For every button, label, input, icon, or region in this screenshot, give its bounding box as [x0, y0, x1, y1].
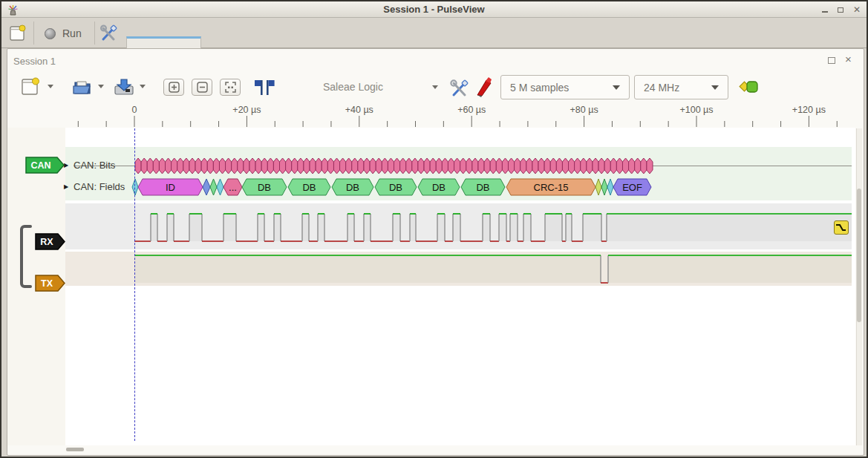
device-selector[interactable]: Saleae Logic	[323, 81, 383, 93]
sample-count-combo[interactable]: 5 M samples	[500, 75, 630, 99]
combo-arrow-icon	[711, 85, 719, 90]
time-cursor[interactable]	[134, 128, 135, 441]
zoom-out-icon	[197, 82, 208, 93]
add-decoder-button[interactable]	[739, 80, 761, 98]
new-file-dropdown-arrow[interactable]	[48, 85, 53, 88]
svg-text:CAN: CAN	[30, 160, 50, 171]
horizontal-scrollbar-thumb[interactable]	[66, 448, 84, 451]
sample-rate-combo[interactable]: 24 MHz	[634, 75, 728, 99]
titlebar: Session 1 - PulseView ✕	[1, 1, 867, 18]
run-label: Run	[62, 27, 82, 39]
run-button[interactable]: Run	[40, 22, 86, 45]
svg-text:TX: TX	[41, 278, 53, 289]
new-file-icon	[21, 77, 40, 96]
save-dropdown-arrow[interactable]	[140, 85, 146, 88]
window-title: Session 1 - PulseView	[1, 4, 867, 15]
configure-device-button[interactable]	[449, 78, 470, 102]
sample-count-value: 5 M samples	[510, 82, 569, 94]
cursor-flags-icon	[254, 79, 275, 96]
toolbar-separator	[33, 22, 34, 45]
show-cursors-button[interactable]	[254, 79, 275, 99]
new-session-button[interactable]	[8, 24, 27, 43]
combo-arrow-icon	[613, 85, 620, 90]
dock-float-button[interactable]	[828, 57, 835, 64]
decoder-icon	[739, 80, 761, 95]
channels-button[interactable]	[475, 76, 495, 101]
expand-arrow-icon[interactable]: ▶	[64, 183, 68, 190]
decoder-row-fields-label[interactable]: CAN: Fields	[74, 181, 125, 192]
close-button[interactable]: ✕	[853, 6, 861, 13]
zoom-in-icon	[169, 82, 180, 93]
sample-rate-value: 24 MHz	[644, 82, 679, 94]
minimize-button[interactable]	[822, 11, 828, 13]
decoder-row-bits-label[interactable]: CAN: Bits	[74, 160, 115, 171]
channel-tag-tx[interactable]: TX	[35, 275, 66, 292]
configure-tools-icon	[449, 78, 470, 99]
decoder-tag-can[interactable]: CAN	[25, 157, 65, 174]
zoom-in-button[interactable]	[163, 79, 184, 96]
open-button[interactable]	[72, 77, 94, 99]
settings-button[interactable]	[99, 24, 119, 46]
new-session-icon	[8, 24, 27, 43]
device-dropdown-arrow[interactable]	[432, 85, 438, 89]
decoder-band	[65, 147, 852, 200]
rx-band	[65, 203, 852, 249]
open-dropdown-arrow[interactable]	[98, 85, 104, 88]
run-state-icon	[45, 28, 56, 39]
dock-title: Session 1	[13, 56, 56, 67]
maximize-button[interactable]	[838, 7, 843, 13]
tools-icon	[99, 24, 119, 43]
zoom-fit-button[interactable]	[220, 79, 241, 96]
main-toolbar: Run Session 1 ×	[1, 18, 867, 48]
svg-text:RX: RX	[40, 237, 53, 247]
trigger-marker[interactable]	[834, 220, 849, 235]
open-folder-icon	[72, 77, 94, 96]
save-icon	[113, 77, 135, 96]
zoom-out-button[interactable]	[192, 79, 212, 96]
new-file-button[interactable]	[21, 77, 40, 99]
tx-band	[65, 252, 852, 286]
toolbar-separator	[94, 22, 95, 45]
channel-tag-rx[interactable]: RX	[35, 233, 66, 250]
save-button[interactable]	[113, 77, 135, 99]
probe-icon	[475, 76, 495, 98]
pulseview-window: Session 1 - PulseView ✕ Run	[0, 0, 868, 458]
dock-close-button[interactable]: ×	[845, 53, 852, 65]
falling-edge-icon	[835, 221, 847, 233]
zoom-fit-icon	[225, 82, 236, 93]
vertical-scrollbar-thumb[interactable]	[857, 189, 861, 322]
